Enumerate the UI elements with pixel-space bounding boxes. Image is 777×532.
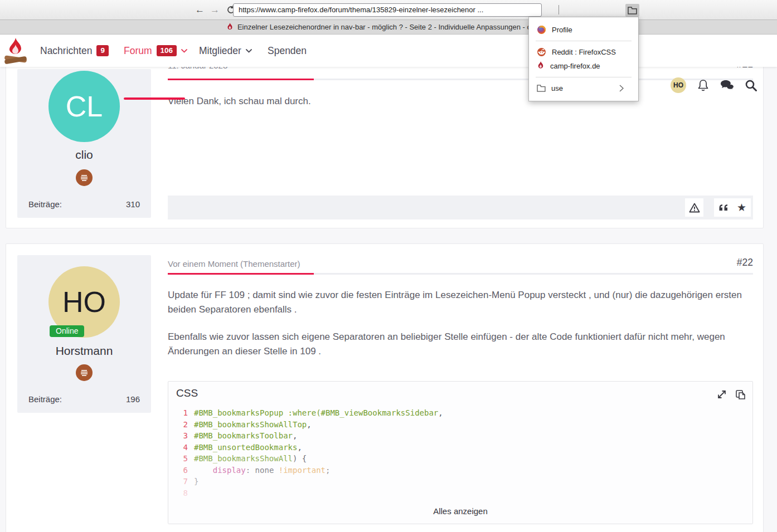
author-card: CL clio Beiträge: 310 [17, 69, 151, 218]
post-count-value: 310 [126, 199, 140, 209]
post-text: Update für FF 109 ; damit sind wie zuvor… [168, 288, 753, 316]
post-21: CL clio Beiträge: 310 11. Januar 2023 #2… [6, 45, 764, 228]
report-icon [689, 203, 700, 213]
online-badge: Online [50, 325, 84, 337]
menu-separator [536, 41, 632, 41]
author-name[interactable]: clio [17, 148, 151, 162]
report-button[interactable] [685, 198, 703, 217]
post-text: Ebenfalls wie zuvor lassen sich eigene S… [168, 330, 753, 358]
code-block: CSS 1#BMB_bookmarksPopup :where(#BMB_vie… [168, 381, 753, 524]
nachrichten-badge: 9 [96, 45, 109, 56]
post-count-label: Beiträge: [28, 199, 62, 209]
menu-item-label: camp-firefox.de [550, 62, 600, 70]
menu-item-use-folder[interactable]: use [529, 81, 638, 95]
menu-item-label: use [551, 84, 563, 92]
post-number[interactable]: #22 [737, 257, 753, 269]
star-icon: ★ [737, 202, 746, 213]
quote-icon [718, 204, 728, 211]
avatar[interactable]: CL [48, 71, 120, 142]
post-count-label: Beiträge: [28, 394, 62, 404]
firefox-icon [537, 25, 546, 35]
copy-code-button[interactable] [735, 389, 746, 400]
notifications-button[interactable] [697, 79, 709, 92]
chevron-right-icon [619, 85, 624, 92]
copy-icon [735, 389, 746, 400]
reddit-icon [537, 47, 546, 57]
tab-title: Einzelner Lesezeichenordner in nav-bar -… [237, 23, 551, 31]
post-count-row: Beiträge: 196 [17, 394, 151, 404]
folder-icon [628, 7, 637, 14]
browser-toolbar: ← → https://www.camp-firefox.de/forum/th… [0, 0, 777, 20]
code-line: 1#BMB_bookmarksPopup :where(#BMB_viewBoo… [168, 407, 752, 419]
quote-button[interactable] [714, 198, 732, 217]
menu-item-label: Reddit : FirefoxCSS [552, 48, 616, 56]
flame-icon [537, 61, 545, 71]
avatar-initials: HO [673, 81, 683, 89]
show-all-button[interactable]: Alles anzeigen [168, 506, 752, 516]
url-text: https://www.camp-firefox.de/forum/thema/… [239, 6, 483, 14]
folder-icon [537, 85, 546, 92]
active-tab-underline [124, 97, 185, 100]
search-button[interactable] [745, 79, 757, 92]
author-card: HO Online Horstmann Beiträge: 196 [17, 255, 151, 413]
code-line: 2#BMB_bookmarksShowAllTop, [168, 419, 752, 431]
code-line: 3#BMB_bookmarksToolbar, [168, 430, 752, 442]
menu-item-label: Profile [552, 26, 572, 34]
forum-badge: 106 [157, 45, 177, 56]
back-button[interactable]: ← [195, 4, 205, 16]
rank-badge-icon [76, 169, 93, 186]
post-action-bar: ★ [168, 196, 753, 219]
menu-item-camp-firefox[interactable]: camp-firefox.de [529, 59, 638, 73]
rank-badge-icon [76, 364, 93, 381]
avatar-initials: CL [66, 90, 103, 123]
expand-code-button[interactable] [717, 389, 727, 399]
post-divider [168, 273, 753, 275]
post-count-row: Beiträge: 310 [17, 199, 151, 209]
like-button[interactable]: ★ [732, 198, 751, 217]
nav-item-nachrichten[interactable]: Nachrichten 9 [40, 35, 109, 67]
post-text: Vielen Dank, ich schau mal durch. [168, 94, 753, 109]
nav-item-forum[interactable]: Forum 106 [124, 35, 187, 67]
chat-icon [720, 80, 735, 91]
bookmarks-folder-button[interactable] [625, 4, 639, 17]
user-avatar[interactable]: HO [671, 77, 686, 93]
bookmarks-dropdown: Profile Reddit : FirefoxCSS camp-firefox… [528, 17, 639, 101]
chevron-down-icon [181, 49, 187, 53]
menu-separator [536, 77, 632, 77]
code-language-label: CSS [176, 387, 198, 399]
post-divider [168, 79, 753, 80]
chevron-down-icon [246, 49, 252, 53]
expand-icon [717, 389, 727, 399]
nav-item-mitglieder[interactable]: Mitglieder [199, 35, 252, 67]
menu-item-reddit-firefoxcss[interactable]: Reddit : FirefoxCSS [529, 45, 638, 59]
tab-bar[interactable]: Einzelner Lesezeichenordner in nav-bar -… [0, 20, 777, 35]
nav-label: Nachrichten [40, 45, 92, 57]
post-date: Vor einem Moment (Themenstarter) [168, 259, 300, 269]
nav-label: Mitglieder [199, 45, 241, 57]
site-navbar: Nachrichten 9 Forum 106 Mitglieder Spend… [0, 35, 777, 67]
forward-button[interactable]: → [210, 4, 220, 16]
campfire-logo[interactable] [3, 37, 28, 66]
post-22: HO Online Horstmann Beiträge: 196 Vor ei… [6, 243, 764, 532]
toolbar-separator [559, 5, 559, 14]
author-name[interactable]: Horstmann [17, 344, 151, 358]
search-icon [745, 79, 757, 92]
menu-item-profile[interactable]: Profile [529, 23, 638, 37]
flame-favicon [226, 23, 234, 32]
nav-item-spenden[interactable]: Spenden [268, 35, 307, 67]
conversations-button[interactable] [720, 80, 735, 91]
bell-icon [697, 79, 709, 92]
avatar-initials: HO [62, 285, 106, 319]
nav-label: Spenden [268, 45, 307, 57]
url-bar[interactable]: https://www.camp-firefox.de/forum/thema/… [233, 3, 542, 17]
post-count-value: 196 [126, 394, 140, 404]
post-meta: Vor einem Moment (Themenstarter) #22 [168, 257, 753, 269]
nav-label: Forum [124, 45, 152, 57]
